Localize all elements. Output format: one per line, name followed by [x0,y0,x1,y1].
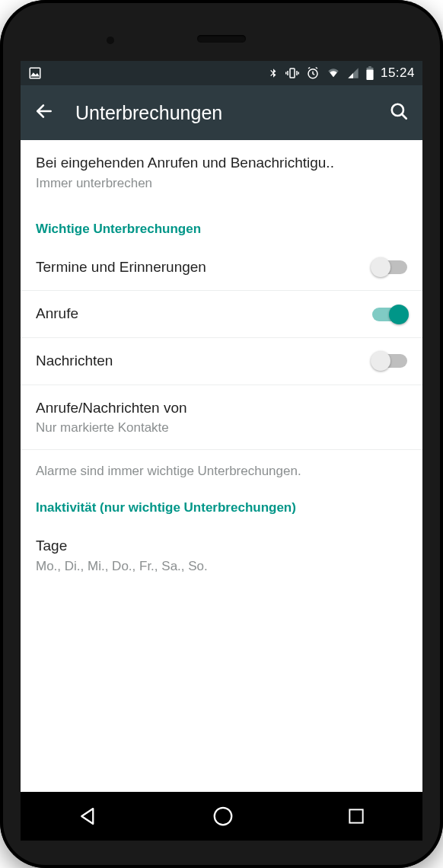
app-bar: Unterbrechungen [21,85,422,140]
toggle-events-reminders[interactable] [372,260,407,274]
signal-icon [347,67,359,79]
picture-icon [28,66,42,80]
wifi-icon [326,67,341,79]
setting-incoming[interactable]: Bei eingehenden Anrufen und Benachrichti… [21,140,422,205]
setting-calls[interactable]: Anrufe [21,291,422,338]
svg-point-13 [215,808,232,825]
navigation-bar [21,792,422,841]
phone-frame: 15:24 Unterbrechungen Bei eingehenden An… [0,0,443,868]
setting-messages[interactable]: Nachrichten [21,338,422,385]
vibrate-icon [285,66,300,80]
setting-calls-messages-from[interactable]: Anrufe/Nachrichten von Nur markierte Kon… [21,385,422,451]
back-button[interactable] [34,101,54,124]
setting-days[interactable]: Tage Mo., Di., Mi., Do., Fr., Sa., So. [21,523,422,588]
svg-rect-1 [290,69,295,78]
page-title: Unterbrechungen [75,102,389,124]
phone-camera [107,37,114,44]
bluetooth-icon [268,66,279,80]
nav-back-button[interactable] [77,805,100,828]
toggle-calls[interactable] [372,308,407,321]
setting-title: Anrufe/Nachrichten von [36,399,407,418]
battery-icon [365,66,374,80]
alarm-icon [306,66,320,80]
svg-rect-8 [368,66,371,68]
svg-rect-9 [366,70,373,81]
setting-title: Tage [36,537,407,556]
setting-title: Anrufe [36,305,363,324]
setting-events-reminders[interactable]: Termine und Erinnerungen [21,244,422,292]
phone-speaker [197,35,246,43]
section-header-downtime: Inaktivität (nur wichtige Unterbrechunge… [21,483,422,523]
nav-home-button[interactable] [212,805,234,828]
setting-title: Bei eingehenden Anrufen und Benachrichti… [36,154,407,173]
search-button[interactable] [389,101,409,124]
toggle-messages[interactable] [372,354,407,368]
content[interactable]: Bei eingehenden Anrufen und Benachrichti… [21,140,422,792]
setting-subtitle: Mo., Di., Mi., Do., Fr., Sa., So. [36,559,407,574]
alarms-note: Alarme sind immer wichtige Unterbrechung… [21,450,422,483]
setting-subtitle: Nur markierte Kontakte [36,420,407,436]
nav-recent-button[interactable] [346,806,366,826]
section-header-important: Wichtige Unterbrechungen [21,205,422,244]
setting-subtitle: Immer unterbrechen [36,176,407,191]
svg-rect-0 [30,68,40,78]
status-bar: 15:24 [21,61,422,85]
svg-rect-14 [350,809,363,822]
setting-title: Termine und Erinnerungen [36,258,363,277]
setting-title: Nachrichten [36,352,363,371]
svg-line-12 [402,114,406,119]
status-clock: 15:24 [381,65,415,81]
screen: 15:24 Unterbrechungen Bei eingehenden An… [21,61,422,792]
